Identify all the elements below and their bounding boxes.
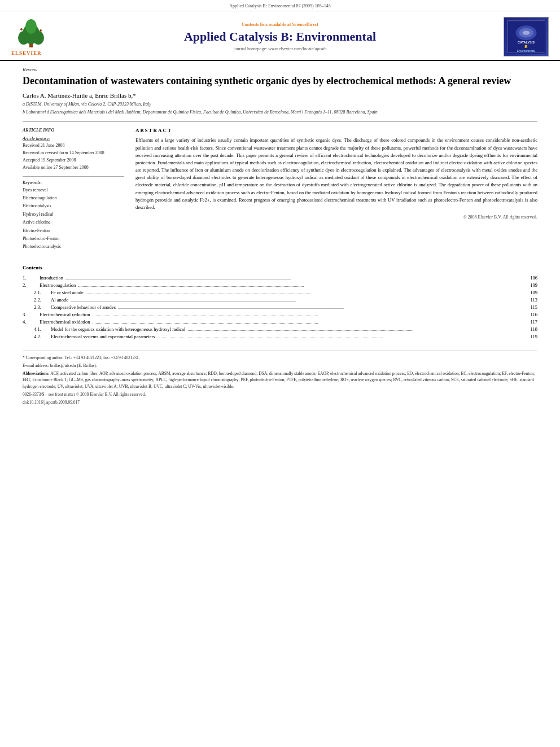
article-info-column: ARTICLE INFO Article history: Received 2… xyxy=(23,128,124,255)
journal-header: ELSEVIER Contents lists available at Sci… xyxy=(0,11,560,61)
toc-number: 4.2. xyxy=(23,334,51,339)
toc-page: 116 xyxy=(520,312,537,317)
affiliation-a: a DiSTAM, University of Milan, via Celor… xyxy=(23,101,537,108)
article-history-section: Article history: Received 21 June 2008 R… xyxy=(23,136,124,171)
toc-item: 2.1.Fe or steel anode...................… xyxy=(23,290,537,295)
article-info-abstract: ARTICLE INFO Article history: Received 2… xyxy=(23,128,537,255)
catalysis-logo-icon: CATALYSIS B Environmental xyxy=(505,20,548,54)
toc-item: 2.2.Al anode............................… xyxy=(23,297,537,303)
keyword-item: Dyes removal xyxy=(23,186,124,194)
toc-label: Model for the organics oxidation with he… xyxy=(51,326,185,332)
toc-page: 109 xyxy=(520,290,537,295)
footnotes-section: * Corresponding author. Tel.: +34 93 402… xyxy=(23,351,537,406)
toc-page: 113 xyxy=(520,297,537,303)
abbreviations-text: ACF, activated carbon fiber; AOP, advanc… xyxy=(23,371,535,389)
svg-point-5 xyxy=(25,19,37,34)
article-info-label: ARTICLE INFO xyxy=(23,128,124,133)
author-names: Carlos A. Martínez-Huitle a, Enric Brill… xyxy=(23,92,136,99)
toc-number: 2.3. xyxy=(23,304,51,310)
toc-label: Al anode xyxy=(51,297,68,303)
toc-label: Comparative behaviour of anodes xyxy=(51,304,116,310)
catalysis-logo: CATALYSIS B Environmental xyxy=(504,17,549,56)
toc-item: 4.1.Model for the organics oxidation wit… xyxy=(23,326,537,332)
email-address: E-mail address: brillas@ub.edu (E. Brill… xyxy=(23,362,537,369)
toc-item: 2.3.Comparative behaviour of anodes.....… xyxy=(23,304,537,310)
accepted-date: Accepted 19 September 2008 xyxy=(23,157,124,164)
journal-homepage: journal homepage: www.elsevier.com/locat… xyxy=(68,46,492,51)
left-divider xyxy=(23,176,124,177)
toc-page: 117 xyxy=(520,319,537,325)
toc-label: Electrochemical reduction xyxy=(40,312,90,317)
toc-number: 1. xyxy=(23,275,40,281)
toc-label: Electrochemical oxidation xyxy=(40,319,90,325)
sciencedirect-link: Contents lists available at ScienceDirec… xyxy=(68,22,492,27)
revised-date: Received in revised form 14 September 20… xyxy=(23,150,124,157)
svg-point-6 xyxy=(20,28,23,30)
svg-point-3 xyxy=(18,31,29,45)
main-content: Review Decontamination of wastewaters co… xyxy=(0,61,560,413)
toc-label: Introduction xyxy=(40,275,63,281)
svg-point-4 xyxy=(33,31,44,45)
authors-line: Carlos A. Martínez-Huitle a, Enric Brill… xyxy=(23,92,537,99)
toc-page: 109 xyxy=(520,282,537,288)
abstract-column: ABSTRACT Effluents of a large variety of… xyxy=(135,128,537,255)
abbreviations-label: Abbreviations: xyxy=(23,371,50,376)
keyword-item: Electrocoagulation xyxy=(23,194,124,202)
copyright-note: © 2008 Elsevier B.V. All rights reserved… xyxy=(135,215,537,220)
abstract-text: Effluents of a large variety of industri… xyxy=(135,137,537,211)
svg-text:B: B xyxy=(524,44,527,49)
journal-title-text: Applied Catalysis B: Environmental xyxy=(68,29,492,44)
doi-line: doi:10.1016/j.apcatb.2008.09.017 xyxy=(23,399,537,405)
affiliation-b: b Laboratori d'Electroquímica dels Mater… xyxy=(23,109,537,116)
sciencedirect-name: ScienceDirect xyxy=(292,22,318,27)
abstract-label: ABSTRACT xyxy=(135,128,537,133)
elsevier-logo-container: ELSEVIER xyxy=(11,18,68,56)
journal-top-text: Applied Catalysis B: Environmental 87 (2… xyxy=(229,3,331,8)
toc-dots: ........................................… xyxy=(185,327,520,332)
toc-item: 4.Electrochemical oxidation.............… xyxy=(23,319,537,325)
toc-number: 4. xyxy=(23,319,40,325)
article-type: Review xyxy=(23,67,537,72)
contents-section: Contents 1.Introduction.................… xyxy=(23,265,537,339)
section-divider xyxy=(23,121,537,122)
keyword-item: Electrocatalysis xyxy=(23,202,124,210)
toc-item: 4.2.Electrochemical systems and experime… xyxy=(23,334,537,339)
keyword-item: Electro-Fenton xyxy=(23,227,124,235)
contents-title: Contents xyxy=(23,265,537,270)
elsevier-tree-icon xyxy=(11,18,51,49)
received-date: Received 21 June 2008 xyxy=(23,142,124,150)
keyword-item: Photoelectro-Fenton xyxy=(23,235,124,243)
toc-label: Electrochemical systems and experimental… xyxy=(51,334,155,339)
toc-number: 2.1. xyxy=(23,290,51,295)
toc-page: 118 xyxy=(520,326,537,332)
toc-item: 1.Introduction..........................… xyxy=(23,275,537,281)
page: Applied Catalysis B: Environmental 87 (2… xyxy=(0,0,560,747)
abbreviations: Abbreviations: ACF, activated carbon fib… xyxy=(23,370,537,390)
toc-dots: ........................................… xyxy=(116,305,520,310)
sciencedirect-prefix: Contents lists available at xyxy=(242,22,292,27)
toc-dots: ........................................… xyxy=(90,320,520,325)
corresponding-author: * Corresponding author. Tel.: +34 93 402… xyxy=(23,355,537,361)
toc-dots: ........................................… xyxy=(84,290,520,295)
toc-dots: ........................................… xyxy=(76,283,520,288)
toc-dots: ........................................… xyxy=(63,276,520,281)
keyword-item: Active chlorine xyxy=(23,219,124,226)
toc-number: 3. xyxy=(23,312,40,317)
toc-item: 2.Electrocoagulation....................… xyxy=(23,282,537,288)
svg-point-7 xyxy=(40,29,42,32)
toc-label: Electrocoagulation xyxy=(40,282,76,288)
available-date: Available online 27 September 2008 xyxy=(23,164,124,172)
toc-list: 1.Introduction..........................… xyxy=(23,275,537,339)
journal-top-bar: Applied Catalysis B: Environmental 87 (2… xyxy=(0,0,560,11)
elsevier-wordmark: ELSEVIER xyxy=(11,50,42,56)
article-title: Decontamination of wastewaters containin… xyxy=(23,75,537,88)
keywords-list: Dyes removalElectrocoagulationElectrocat… xyxy=(23,186,124,251)
journal-title-center: Contents lists available at ScienceDirec… xyxy=(68,22,492,51)
history-title: Article history: xyxy=(23,136,124,141)
toc-number: 4.1. xyxy=(23,326,51,332)
toc-number: 2.2. xyxy=(23,297,51,303)
toc-dots: ........................................… xyxy=(90,312,520,317)
toc-item: 3.Electrochemical reduction.............… xyxy=(23,312,537,317)
toc-number: 2. xyxy=(23,282,40,288)
toc-dots: ........................................… xyxy=(155,334,520,339)
